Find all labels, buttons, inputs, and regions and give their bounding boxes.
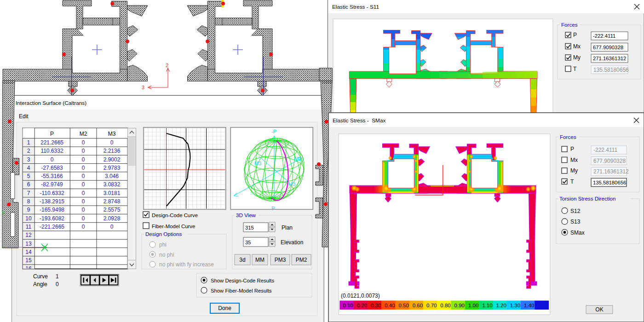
svg-text:(0.0121,0.0073): (0.0121,0.0073) <box>341 293 380 299</box>
svg-text:Plan: Plan <box>282 224 293 231</box>
svg-text:7: 7 <box>27 190 30 196</box>
svg-text:Y: Y <box>1 210 5 215</box>
svg-text:0: 0 <box>82 148 85 154</box>
svg-text:2.9002: 2.9002 <box>104 156 121 163</box>
svg-text:P: P <box>50 131 54 137</box>
svg-text:-82.9749: -82.9749 <box>41 181 63 188</box>
svg-text:M2: M2 <box>294 156 301 161</box>
svg-text:0.90: 0.90 <box>454 303 465 308</box>
svg-text:0: 0 <box>82 156 85 163</box>
svg-text:2.9783: 2.9783 <box>104 165 121 171</box>
svg-text:S13: S13 <box>570 218 581 225</box>
svg-text:Design Options: Design Options <box>145 231 182 237</box>
svg-text:677.9090328: 677.9090328 <box>593 45 623 50</box>
svg-text:110.6332: 110.6332 <box>40 148 63 154</box>
svg-text:Edit: Edit <box>19 113 29 120</box>
svg-text:Elevation: Elevation <box>281 239 303 246</box>
svg-text:0: 0 <box>51 156 54 163</box>
svg-text:0: 0 <box>82 207 85 213</box>
svg-text:Elastic Stress - SMax: Elastic Stress - SMax <box>333 117 385 124</box>
svg-text:2: 2 <box>166 63 168 68</box>
svg-text:221.2665: 221.2665 <box>40 139 63 146</box>
svg-text:0: 0 <box>82 173 85 179</box>
svg-text:0: 0 <box>82 190 85 196</box>
svg-text:-55.3166: -55.3166 <box>41 173 63 179</box>
svg-text:P: P <box>570 146 574 152</box>
svg-text:15: 15 <box>25 257 32 264</box>
svg-text:My: My <box>573 54 581 61</box>
svg-text:1: 1 <box>56 273 59 280</box>
svg-text:35: 35 <box>245 240 251 245</box>
svg-text:M2: M2 <box>80 131 87 137</box>
svg-text:135.58180656: 135.58180656 <box>593 180 626 185</box>
svg-text:0.60: 0.60 <box>413 303 423 308</box>
svg-text:0: 0 <box>82 224 85 230</box>
svg-text:0.40: 0.40 <box>385 303 395 308</box>
svg-text:271.16361312: 271.16361312 <box>593 168 629 175</box>
svg-text:Mx: Mx <box>573 43 581 50</box>
svg-text:9: 9 <box>27 207 30 213</box>
svg-text:Design-Code Curve: Design-Code Curve <box>152 213 198 218</box>
svg-text:6: 6 <box>27 181 30 188</box>
svg-text:Done: Done <box>218 305 231 311</box>
svg-text:-222.4111: -222.4111 <box>593 147 618 153</box>
svg-text:1.30: 1.30 <box>510 303 520 308</box>
svg-text:Elastic Stress - S11: Elastic Stress - S11 <box>332 4 379 10</box>
svg-text:0: 0 <box>110 139 114 146</box>
svg-text:Angle: Angle <box>33 281 47 288</box>
svg-text:Forces: Forces <box>561 22 578 28</box>
svg-text:0: 0 <box>82 181 85 188</box>
svg-text:Mx: Mx <box>570 157 578 163</box>
svg-text:Interaction Surface (Caltrans): Interaction Surface (Caltrans) <box>16 100 86 106</box>
svg-text:SMax: SMax <box>570 230 585 236</box>
svg-text:S12: S12 <box>570 208 581 214</box>
svg-text:13: 13 <box>25 241 32 247</box>
svg-text:P: P <box>573 32 577 38</box>
svg-text:-193.6082: -193.6082 <box>40 215 64 222</box>
svg-text:4: 4 <box>27 165 30 171</box>
svg-text:2: 2 <box>27 148 30 154</box>
svg-text:0.70: 0.70 <box>426 303 437 308</box>
svg-text:1.00: 1.00 <box>468 303 478 308</box>
svg-text:0: 0 <box>82 198 85 205</box>
svg-text:T: T <box>570 178 574 185</box>
svg-text:135.58180656: 135.58180656 <box>593 67 629 73</box>
svg-text:Show Design-Code Results: Show Design-Code Results <box>211 278 274 283</box>
svg-text:-222.4111: -222.4111 <box>593 33 615 39</box>
svg-text:1.40: 1.40 <box>524 303 534 308</box>
svg-text:5: 5 <box>27 173 30 179</box>
svg-text:10: 10 <box>25 215 32 222</box>
svg-text:14: 14 <box>25 249 32 255</box>
svg-text:0.20: 0.20 <box>357 303 367 308</box>
svg-text:0: 0 <box>82 215 85 222</box>
svg-text:-110.6332: -110.6332 <box>40 190 64 196</box>
svg-text:11: 11 <box>26 224 32 230</box>
svg-text:M3: M3 <box>254 161 261 166</box>
svg-text:3D View: 3D View <box>236 212 256 218</box>
svg-text:PM3: PM3 <box>275 257 286 263</box>
svg-text:12: 12 <box>25 232 32 238</box>
svg-text:no phi with fy increase: no phi with fy increase <box>159 261 214 268</box>
svg-text:1.20: 1.20 <box>496 303 506 308</box>
svg-text:2.0928: 2.0928 <box>104 215 121 222</box>
svg-text:2.5575: 2.5575 <box>104 207 121 213</box>
svg-text:0: 0 <box>110 224 114 230</box>
svg-text:-138.2915: -138.2915 <box>40 198 64 205</box>
svg-text:-165.9498: -165.9498 <box>40 207 64 213</box>
svg-text:2.8748: 2.8748 <box>104 198 121 205</box>
svg-text:OK: OK <box>595 306 603 313</box>
svg-text:0.80: 0.80 <box>440 303 450 308</box>
svg-text:0: 0 <box>82 139 85 146</box>
svg-text:-27.6583: -27.6583 <box>41 165 63 171</box>
svg-text:3.0181: 3.0181 <box>104 190 121 196</box>
svg-text:0.10: 0.10 <box>343 303 353 308</box>
svg-text:315: 315 <box>245 225 254 230</box>
svg-text:0: 0 <box>82 165 85 171</box>
svg-text:Curve: Curve <box>33 273 48 280</box>
svg-text:My: My <box>570 167 578 174</box>
svg-text:1: 1 <box>27 139 30 146</box>
svg-text:3d: 3d <box>239 257 245 263</box>
svg-text:3.0832: 3.0832 <box>104 181 121 188</box>
svg-text:271.16361312: 271.16361312 <box>593 56 626 61</box>
svg-text:3: 3 <box>142 85 144 90</box>
